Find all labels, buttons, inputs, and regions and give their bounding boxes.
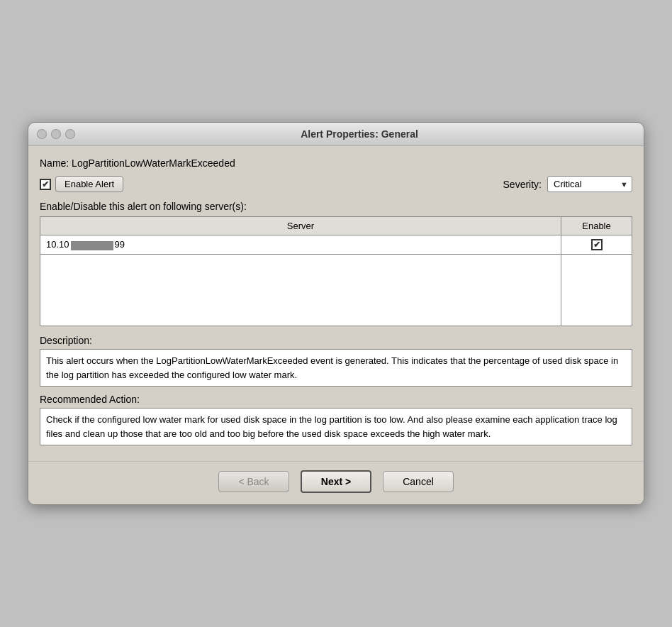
severity-select[interactable]: Critical Major Minor Warning Information… — [547, 176, 632, 192]
server-ip-prefix: 10.10 — [46, 239, 69, 250]
cancel-button[interactable]: Cancel — [383, 471, 454, 492]
description-text: This alert occurs when the LogPartitionL… — [40, 349, 632, 387]
minimize-button[interactable] — [51, 129, 61, 139]
next-button[interactable]: Next > — [301, 470, 371, 493]
server-column-header: Server — [40, 217, 561, 235]
severity-group: Severity: Critical Major Minor Warning I… — [503, 176, 632, 192]
window-title: Alert Properties: General — [84, 128, 635, 140]
ip-redacted — [71, 241, 113, 250]
servers-table: Server Enable 10.1099 ✔ — [40, 216, 632, 326]
empty-row-2 — [40, 272, 632, 290]
enable-alert-checkbox[interactable]: ✔ — [40, 179, 51, 190]
table-row: 10.1099 ✔ — [40, 235, 632, 255]
servers-section-label: Enable/Disable this alert on following s… — [40, 201, 632, 212]
title-bar: Alert Properties: General — [28, 123, 644, 146]
server-enable-checkbox[interactable]: ✔ — [591, 239, 603, 250]
empty-row-3 — [40, 290, 632, 308]
maximize-button[interactable] — [65, 129, 75, 139]
server-name-cell: 10.1099 — [40, 235, 561, 255]
main-window: Alert Properties: General Name: LogParti… — [28, 122, 644, 505]
enable-column-header: Enable — [561, 217, 632, 235]
severity-select-wrapper: Critical Major Minor Warning Information… — [547, 176, 632, 192]
server-checkbox-checkmark: ✔ — [593, 240, 600, 249]
description-label: Description: — [40, 335, 632, 346]
content-area: Name: LogPartitionLowWaterMarkExceeded ✔… — [28, 146, 644, 461]
table-header-row: Server Enable — [40, 217, 632, 235]
alert-name: Name: LogPartitionLowWaterMarkExceeded — [40, 157, 632, 169]
server-enable-cell: ✔ — [561, 235, 632, 255]
empty-row-1 — [40, 255, 632, 273]
server-ip-suffix: 99 — [115, 239, 125, 250]
footer: < Back Next > Cancel — [28, 461, 644, 504]
severity-label: Severity: — [503, 179, 542, 190]
back-button[interactable]: < Back — [218, 471, 289, 492]
checkbox-checkmark: ✔ — [42, 180, 49, 189]
enable-alert-button[interactable]: Enable Alert — [55, 176, 123, 192]
close-button[interactable] — [37, 129, 47, 139]
recommended-action-text: Check if the configured low water mark f… — [40, 408, 632, 445]
empty-row-4 — [40, 308, 632, 326]
enable-alert-group: ✔ Enable Alert — [40, 176, 123, 192]
recommended-action-label: Recommended Action: — [40, 394, 632, 405]
traffic-lights — [37, 129, 75, 139]
enable-severity-row: ✔ Enable Alert Severity: Critical Major … — [40, 176, 632, 192]
